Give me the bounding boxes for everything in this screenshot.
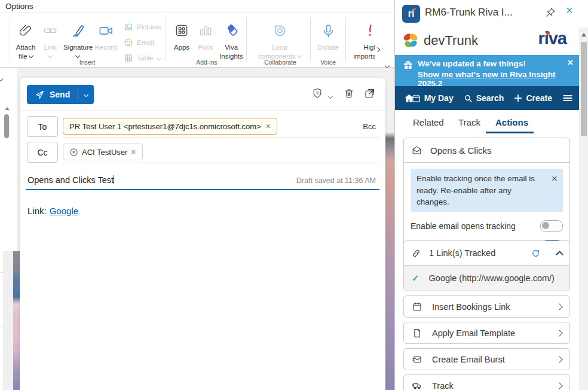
to-field-underline: [63, 138, 379, 138]
scrollbar-thumb[interactable]: [4, 114, 9, 138]
scrollbar-up-arrow[interactable]: [5, 107, 10, 110]
sensitivity-dropdown[interactable]: [329, 91, 332, 102]
remove-recipient-icon[interactable]: ×: [266, 122, 271, 130]
truck-icon: [412, 380, 422, 390]
apps-grid-icon: [169, 18, 195, 43]
ribbon-divider: [166, 17, 166, 62]
close-panel-icon[interactable]: ×: [566, 4, 573, 17]
gift-icon: [403, 60, 414, 71]
table-button[interactable]: Table: [124, 50, 166, 66]
links-tracked-header[interactable]: 1 Link(s) Tracked: [404, 241, 569, 265]
hamburger-menu-icon[interactable]: [562, 93, 573, 103]
shield-question-icon: ?: [311, 87, 323, 99]
tab-related[interactable]: Related: [413, 117, 444, 127]
send-options-dropdown[interactable]: [78, 93, 94, 96]
loop-components-button[interactable]: Loop components: [253, 18, 307, 61]
devtrunk-pinwheel-icon: [401, 31, 420, 50]
remove-recipient-icon[interactable]: ×: [131, 148, 136, 156]
tab-track[interactable]: Track: [458, 117, 480, 127]
attach-file-button[interactable]: Attach file: [11, 18, 40, 61]
polls-icon: [193, 18, 218, 43]
sensitivity-button[interactable]: ?: [311, 87, 323, 99]
trash-icon: [343, 87, 355, 99]
nav-my-day[interactable]: My Day: [412, 93, 454, 103]
chevron-right-icon: [556, 330, 562, 336]
loop-icon: [253, 18, 307, 43]
nav-create[interactable]: Create: [514, 93, 552, 103]
email-opens-toggle[interactable]: [540, 220, 563, 232]
chevron-down-icon[interactable]: [0, 74, 2, 84]
ribbon-tab-bar: Options: [0, 0, 394, 13]
paperclip-icon: [11, 18, 40, 43]
message-body[interactable]: Link:Google: [27, 206, 78, 216]
scrollbar-up-arrow[interactable]: [581, 33, 586, 36]
tab-options[interactable]: Options: [5, 2, 33, 11]
document-icon: [412, 328, 422, 339]
background-strip: [3, 251, 13, 390]
tracked-link-text: Google (http://www.google.com/): [429, 273, 555, 283]
nav-search[interactable]: Search: [464, 93, 504, 103]
signature-button[interactable]: Signature: [63, 18, 92, 61]
devtrunk-logo: devTrunk: [401, 31, 478, 50]
ribbon-mini-group: Pictures Emoji Table: [124, 19, 166, 66]
create-email-burst-button[interactable]: Create Email Burst: [403, 348, 570, 370]
refresh-icon[interactable]: [531, 248, 541, 258]
cc-recipient-chip[interactable]: ACI TestUser ×: [63, 144, 143, 160]
ribbon-overflow-button[interactable]: [376, 44, 379, 55]
tab-actions[interactable]: Actions: [495, 117, 528, 127]
send-button[interactable]: Send: [27, 90, 78, 100]
search-icon: [464, 94, 473, 103]
dictate-button[interactable]: Dictate: [311, 18, 345, 52]
insert-bookings-link-button[interactable]: Insert Bookings Link: [403, 295, 570, 318]
info-close-icon[interactable]: ×: [552, 172, 558, 187]
send-split-button[interactable]: Send: [27, 85, 94, 104]
active-tab-underline: [486, 132, 534, 133]
body-hyperlink[interactable]: Google: [50, 206, 78, 216]
group-label-voice: Voice: [310, 59, 346, 66]
track-button[interactable]: Track: [403, 374, 570, 390]
ribbon-divider: [246, 17, 247, 62]
subject-focus-underline: [26, 189, 379, 190]
riva-app-icon: ri: [402, 5, 420, 23]
record-button[interactable]: Record: [92, 18, 120, 52]
svg-text:?: ?: [316, 90, 319, 96]
panel-navbar: My Day Search Create: [395, 86, 579, 110]
check-icon: ✓: [412, 273, 419, 284]
to-recipient-chip[interactable]: PR Test User 1 <prtestuser1@7djc1s.onmic…: [63, 118, 277, 135]
message-list-sliver: [0, 68, 17, 251]
banner-close-icon[interactable]: ×: [568, 57, 573, 68]
cc-button[interactable]: Cc: [27, 142, 58, 163]
chevron-down-icon: [297, 53, 302, 58]
to-button[interactable]: To: [27, 116, 58, 137]
panel-scrollbar[interactable]: [579, 28, 588, 390]
devtrunk-wordmark: devTrunk: [424, 33, 478, 48]
desktop-wallpaper-gap: [385, 68, 394, 390]
open-in-new-window-button[interactable]: [364, 87, 376, 99]
links-tracked-card: 1 Link(s) Tracked ✓ Google (http://www.g…: [403, 240, 570, 291]
discard-draft-button[interactable]: [343, 87, 355, 99]
chain-link-icon: [411, 248, 421, 258]
scrollbar-thumb[interactable]: [581, 42, 587, 136]
apply-email-template-button[interactable]: Apply Email Template: [403, 322, 570, 344]
link-button[interactable]: Link: [38, 18, 63, 61]
chevron-down-icon: [48, 53, 53, 58]
emoji-button[interactable]: Emoji: [124, 35, 166, 50]
emoji-icon: [124, 38, 133, 47]
screen: Options Attach file Link Signature: [0, 0, 588, 390]
pictures-button[interactable]: Pictures: [124, 19, 166, 35]
bcc-button[interactable]: Bcc: [363, 122, 376, 131]
apps-button[interactable]: Apps: [169, 18, 195, 52]
high-importance-button[interactable]: High importance: [352, 18, 375, 61]
pin-icon[interactable]: [545, 7, 556, 18]
collapse-section-icon[interactable]: [556, 251, 564, 258]
opens-clicks-header[interactable]: Opens & Clicks: [404, 138, 569, 162]
chevron-right-icon: [556, 382, 562, 389]
banner-whats-new-link[interactable]: Show me what's new in Riva Insight 2025.…: [418, 70, 579, 88]
chevron-down-icon: [29, 53, 33, 58]
draft-status: Draft saved at 11:36 AM: [296, 176, 376, 185]
viva-insights-button[interactable]: Viva Insights: [216, 18, 246, 61]
group-label-insert: Insert: [57, 59, 117, 66]
subject-input[interactable]: Opens and Clicks Test: [27, 175, 114, 185]
chevron-right-icon: [556, 356, 562, 362]
polls-button[interactable]: Polls: [193, 18, 218, 52]
